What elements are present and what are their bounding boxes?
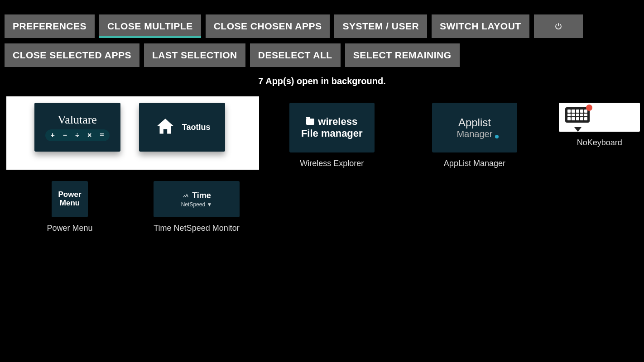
app-tile-valutare[interactable]: Valutare + − ÷ × = xyxy=(34,103,120,152)
app-cell-power-menu[interactable]: Power Menu Power Menu xyxy=(6,181,133,233)
app-label-wireless-explorer: Wireless Explorer xyxy=(300,159,364,168)
time-line2: NetSpeed ▼ xyxy=(181,201,212,208)
wfm-line1: wireless xyxy=(306,116,357,128)
app-cell-valutare[interactable]: Valutare + − ÷ × = xyxy=(6,103,131,152)
app-label-time-netspeed: Time NetSpeed Monitor xyxy=(154,224,239,233)
power-icon xyxy=(554,22,562,30)
valutare-title: Valutare xyxy=(58,113,97,127)
folder-icon xyxy=(306,119,314,125)
system-user-button[interactable]: SYSTEM / USER xyxy=(334,14,427,38)
keyboard-icon xyxy=(565,107,590,127)
signal-icon xyxy=(182,192,189,199)
app-tile-power-menu[interactable]: Power Menu xyxy=(52,181,88,217)
apps-area: Valutare + − ÷ × = Taotlus xyxy=(0,96,644,233)
status-text: 7 App(s) open in background. xyxy=(0,76,644,86)
home-icon xyxy=(154,116,177,138)
app-tile-time-netspeed[interactable]: Time NetSpeed ▼ xyxy=(154,181,240,217)
notification-dot-icon xyxy=(586,105,592,111)
switch-layout-button[interactable]: SWITCH LAYOUT xyxy=(432,14,529,38)
app-row-1: Valutare + − ÷ × = Taotlus xyxy=(6,96,644,168)
time-line1: Time xyxy=(182,191,211,200)
chevron-down-icon xyxy=(574,127,582,132)
app-row-2: Power Menu Power Menu Time NetSpeed ▼ Ti… xyxy=(6,181,644,233)
power-menu-line1: Power xyxy=(58,191,81,199)
app-label-power-menu: Power Menu xyxy=(47,224,92,233)
taotlus-title: Taotlus xyxy=(182,123,211,132)
applist-line2: Manager xyxy=(457,129,492,139)
app-label-applist-manager: AppList Manager xyxy=(444,159,505,168)
close-multiple-button[interactable]: CLOSE MULTIPLE xyxy=(99,14,201,38)
app-label-nokeyboard: NoKeyboard xyxy=(577,138,622,148)
app-cell-applist-manager[interactable]: Applist Manager AppList Manager xyxy=(412,103,537,168)
preferences-button[interactable]: PREFERENCES xyxy=(5,14,95,38)
close-chosen-apps-button[interactable]: CLOSE CHOSEN APPS xyxy=(206,14,330,38)
app-tile-applist-manager[interactable]: Applist Manager xyxy=(432,103,517,152)
app-cell-taotlus[interactable]: Taotlus xyxy=(131,103,233,152)
power-button[interactable] xyxy=(534,14,583,38)
app-cell-wireless-explorer[interactable]: wireless File manager Wireless Explorer xyxy=(269,103,394,168)
power-menu-line2: Menu xyxy=(60,199,80,208)
app-cell-nokeyboard[interactable]: NoKeyboard NoKeyboard xyxy=(555,103,644,148)
app-tile-nokeyboard[interactable]: NoKeyboard xyxy=(559,103,640,132)
app-tile-wireless-explorer[interactable]: wireless File manager xyxy=(289,103,375,152)
app-cell-time-netspeed[interactable]: Time NetSpeed ▼ Time NetSpeed Monitor xyxy=(133,181,260,233)
app-tile-taotlus[interactable]: Taotlus xyxy=(139,103,225,152)
toolbar-row-1: PREFERENCES CLOSE MULTIPLE CLOSE CHOSEN … xyxy=(0,0,644,42)
applist-line1: Applist xyxy=(458,116,491,129)
toolbar-row-2: CLOSE SELECTED APPS LAST SELECTION DESEL… xyxy=(0,42,644,71)
close-selected-apps-button[interactable]: CLOSE SELECTED APPS xyxy=(5,43,139,67)
select-remaining-button[interactable]: SELECT REMAINING xyxy=(345,43,460,67)
wfm-line2: File manager xyxy=(301,128,363,139)
valutare-ops: + − ÷ × = xyxy=(45,129,110,141)
nokeyboard-title: NoKeyboard xyxy=(593,113,634,121)
deselect-all-button[interactable]: DESELECT ALL xyxy=(250,43,341,67)
dot-icon xyxy=(495,135,499,138)
last-selection-button[interactable]: LAST SELECTION xyxy=(144,43,245,67)
